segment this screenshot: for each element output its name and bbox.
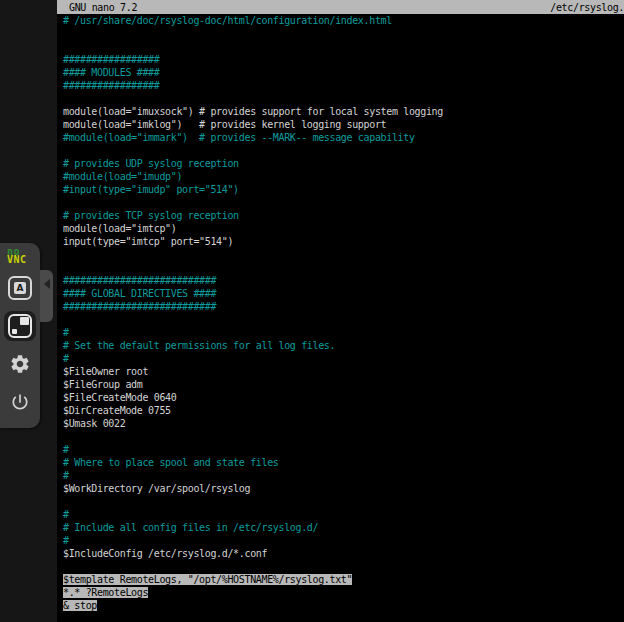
editor-line: $WorkDirectory /var/spool/rsyslog bbox=[63, 482, 624, 495]
editor-line bbox=[63, 144, 624, 157]
keyboard-button[interactable]: A bbox=[4, 273, 36, 303]
editor-line: # bbox=[63, 326, 624, 339]
editor-line: # provides UDP syslog reception bbox=[63, 157, 624, 170]
nano-version: GNU nano 7.2 bbox=[57, 2, 137, 13]
editor-line bbox=[63, 92, 624, 105]
editor-line: $template RemoteLogs, "/opt/%HOSTNAME%/r… bbox=[63, 573, 624, 586]
editor-line: $Umask 0022 bbox=[63, 417, 624, 430]
editor-line bbox=[63, 196, 624, 209]
fullscreen-icon bbox=[8, 314, 32, 338]
nano-editor-buffer: # /usr/share/doc/rsyslog-doc/html/config… bbox=[63, 14, 624, 612]
editor-line: # /usr/share/doc/rsyslog-doc/html/config… bbox=[63, 14, 624, 27]
editor-line: #module(load="imudp") bbox=[63, 170, 624, 183]
editor-line bbox=[63, 430, 624, 443]
editor-line: # provides TCP syslog reception bbox=[63, 209, 624, 222]
collapse-arrow-icon bbox=[44, 279, 50, 289]
editor-line: # Set the default permissions for all lo… bbox=[63, 339, 624, 352]
editor-line: # Where to place spool and state files bbox=[63, 456, 624, 469]
editor-line: input(type="imtcp" port="514") bbox=[63, 235, 624, 248]
editor-line: # bbox=[63, 443, 624, 456]
editor-line: $FileCreateMode 0640 bbox=[63, 391, 624, 404]
editor-line bbox=[63, 313, 624, 326]
editor-line: $FileGroup adm bbox=[63, 378, 624, 391]
editor-line bbox=[63, 27, 624, 40]
power-button[interactable] bbox=[4, 387, 36, 417]
editor-line: # Include all config files in /etc/rsysl… bbox=[63, 521, 624, 534]
fullscreen-button[interactable] bbox=[4, 311, 36, 341]
editor-line bbox=[63, 495, 624, 508]
settings-button[interactable] bbox=[4, 349, 36, 379]
editor-line: ########################### bbox=[63, 274, 624, 287]
novnc-buttons: A bbox=[4, 273, 36, 417]
editor-line: module(load="imuxsock") # provides suppo… bbox=[63, 105, 624, 118]
editor-line: $DirCreateMode 0755 bbox=[63, 404, 624, 417]
editor-line bbox=[63, 248, 624, 261]
editor-line: # bbox=[63, 508, 624, 521]
editor-line: # bbox=[63, 534, 624, 547]
editor-line: #### MODULES #### bbox=[63, 66, 624, 79]
gear-icon bbox=[9, 353, 31, 375]
editor-line: & stop bbox=[63, 599, 624, 612]
novnc-logo: no VNC bbox=[7, 247, 33, 264]
nano-filename: /etc/rsyslog. bbox=[550, 2, 624, 13]
control-bar-collapse-handle[interactable] bbox=[40, 270, 53, 322]
editor-line bbox=[63, 560, 624, 573]
nano-titlebar: GNU nano 7.2 /etc/rsyslog. bbox=[57, 0, 624, 14]
editor-line: #input(type="imudp" port="514") bbox=[63, 183, 624, 196]
editor-line: # bbox=[63, 469, 624, 482]
editor-line bbox=[63, 261, 624, 274]
novnc-control-bar: no VNC A bbox=[0, 243, 40, 428]
keyboard-icon: A bbox=[8, 276, 32, 300]
editor-line: # bbox=[63, 352, 624, 365]
editor-line: ########################### bbox=[63, 300, 624, 313]
editor-line: module(load="imklog") # provides kernel … bbox=[63, 118, 624, 131]
editor-line: #module(load="immark") # provides --MARK… bbox=[63, 131, 624, 144]
novnc-logo-vnc: VNC bbox=[7, 255, 33, 264]
editor-line: module(load="imtcp") bbox=[63, 222, 624, 235]
editor-line bbox=[63, 40, 624, 53]
editor-line: $IncludeConfig /etc/rsyslog.d/*.conf bbox=[63, 547, 624, 560]
editor-line: ################# bbox=[63, 53, 624, 66]
editor-line: $FileOwner root bbox=[63, 365, 624, 378]
editor-line: *.* ?RemoteLogs bbox=[63, 586, 624, 599]
editor-line: #### GLOBAL DIRECTIVES #### bbox=[63, 287, 624, 300]
vnc-remote-screen[interactable]: GNU nano 7.2 /etc/rsyslog. # /usr/share/… bbox=[57, 0, 624, 622]
power-icon bbox=[10, 392, 30, 412]
editor-line: ################# bbox=[63, 79, 624, 92]
